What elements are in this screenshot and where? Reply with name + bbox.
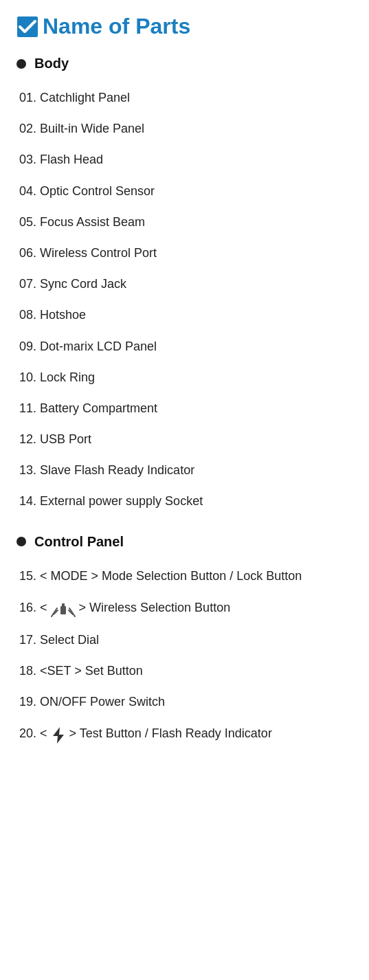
list-item: 03. Flash Head [19,144,353,175]
list-item: 11. Battery Compartment [19,393,353,424]
page-title: Name of Parts [43,14,190,39]
parts-list-body: 01. Catchlight Panel02. Built-in Wide Pa… [19,82,353,517]
list-item: 14. External power supply Socket [19,486,353,517]
list-item: 08. Hotshoe [19,300,353,331]
svg-rect-2 [62,603,65,607]
list-item: 02. Built-in Wide Panel [19,113,353,144]
list-item: 01. Catchlight Panel [19,82,353,113]
page-title-container: Name of Parts [16,14,353,39]
flash-icon [51,724,66,744]
list-item: 15. < MODE > Mode Selection Button / Loc… [19,561,353,592]
section-header-body: Body [16,56,353,71]
checkbox-icon [16,16,38,38]
svg-marker-7 [53,727,64,744]
list-item: 17. Select Dial [19,625,353,656]
bullet-dot [16,537,26,546]
list-item: 06. Wireless Control Port [19,238,353,269]
list-item: 20. < > Test Button / Flash Ready Indica… [19,717,353,751]
sections-container: Body01. Catchlight Panel02. Built-in Wid… [16,56,353,751]
section-label-control-panel: Control Panel [34,534,124,550]
list-item: 18. <SET > Set Button [19,656,353,687]
list-item: 07. Sync Cord Jack [19,269,353,300]
parts-list-control-panel: 15. < MODE > Mode Selection Button / Loc… [19,561,353,751]
list-item: 09. Dot-marix LCD Panel [19,331,353,362]
section-label-body: Body [34,56,69,71]
bullet-dot [16,59,26,69]
svg-rect-1 [60,606,66,614]
list-item: 05. Focus Assist Beam [19,207,353,238]
list-item: 04. Optic Control Sensor [19,176,353,207]
wireless-icon [51,599,76,618]
list-item: 19. ON/OFF Power Switch [19,687,353,717]
list-item: 16. < > Wireless Selection Button [19,592,353,625]
list-item: 12. USB Port [19,424,353,455]
section-header-control-panel: Control Panel [16,534,353,550]
list-item: 13. Slave Flash Ready Indicator [19,455,353,486]
list-item: 10. Lock Ring [19,362,353,393]
